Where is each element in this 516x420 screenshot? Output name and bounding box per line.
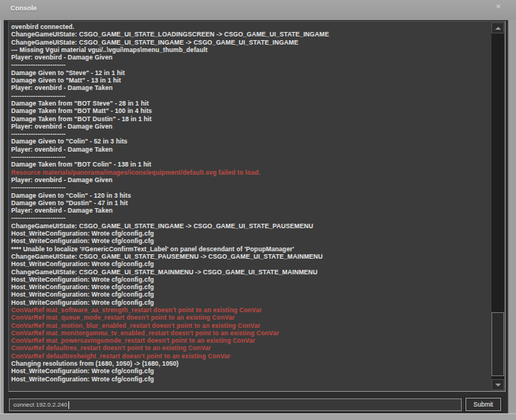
- console-line: Player: ovenbird - Damage Taken: [11, 207, 491, 214]
- console-line: Changing resolutions from (1680, 1050) -…: [11, 360, 491, 367]
- console-line: Host_WriteConfiguration: Wrote cfg/confi…: [11, 283, 491, 291]
- console-line: Damage Given to "Steve" - 12 in 1 hit: [11, 69, 491, 77]
- window-right-frame: [508, 20, 516, 413]
- submit-button[interactable]: Submit: [465, 398, 501, 411]
- console-line: -------------------------: [11, 61, 491, 68]
- console-line: ChangeGameUIState: CSGO_GAME_UI_STATE_LO…: [11, 30, 491, 38]
- console-line: ConVarRef mat_powersavingsmode_restart d…: [11, 337, 491, 344]
- console-line: Host_WriteConfiguration: Wrote cfg/confi…: [11, 375, 491, 383]
- console-line: -------------------------: [11, 92, 491, 100]
- console-line: -------------------------: [11, 184, 491, 191]
- console-line: **** Unable to localize '#GenericConfirm…: [11, 245, 491, 253]
- console-line: ChangeGameUIState: CSGO_GAME_UI_STATE_IN…: [11, 39, 491, 46]
- console-line: Host_WriteConfiguration: Wrote cfg/confi…: [11, 276, 491, 283]
- console-line: ConVarRef mat_monitorgamma_tv_enabled_re…: [11, 329, 491, 337]
- text-caret: [68, 401, 69, 409]
- console-output-panel[interactable]: ovenbird connected.ChangeGameUIState: CS…: [8, 21, 506, 392]
- console-line: Damage Given to "Dustin" - 47 in 1 hit: [11, 199, 491, 207]
- console-line: Resource materials/panorama/images/icons…: [11, 169, 491, 176]
- console-line: Damage Given to "Colin" - 52 in 3 hits: [11, 138, 491, 145]
- console-line: Host_WriteConfiguration: Wrote cfg/confi…: [11, 367, 491, 375]
- console-line: Damage Taken from "BOT Colin" - 138 in 1…: [11, 161, 491, 168]
- window-title: Console: [10, 4, 37, 12]
- console-line: Player: ovenbird - Damage Given: [11, 123, 491, 130]
- console-line: Host_WriteConfiguration: Wrote cfg/confi…: [11, 230, 491, 237]
- console-line: ovenbird connected.: [11, 23, 491, 30]
- console-line: Host_WriteConfiguration: Wrote cfg/confi…: [11, 237, 491, 245]
- console-line: ConVarRef mat_motion_blur_enabled_restar…: [11, 322, 491, 329]
- console-line: Player: ovenbird - Damage Taken: [11, 146, 491, 153]
- console-output: ovenbird connected.ChangeGameUIState: CS…: [9, 22, 491, 391]
- command-input-value: connect 192.0.2.240: [13, 401, 68, 408]
- console-line: ConVarRef mat_queue_mode_restart doesn't…: [11, 314, 491, 321]
- console-line: Host_WriteConfiguration: Wrote cfg/confi…: [11, 291, 491, 298]
- console-window: Console ✕ ovenbird connected.ChangeGameU…: [0, 0, 516, 420]
- console-line: Damage Taken from "BOT Matt" - 100 in 4 …: [11, 107, 491, 114]
- scroll-up-button[interactable]: [491, 22, 504, 33]
- titlebar[interactable]: Console ✕: [0, 0, 516, 20]
- console-line: ConVarRef defaultres_restart doesn't poi…: [11, 344, 491, 352]
- console-line: ChangeGameUIState: CSGO_GAME_UI_STATE_PA…: [11, 253, 491, 260]
- close-icon[interactable]: ✕: [495, 3, 501, 10]
- scrollbar[interactable]: [491, 22, 504, 390]
- console-line: -------------------------: [11, 214, 491, 222]
- scroll-up-icon: [495, 27, 501, 30]
- scroll-down-button[interactable]: [491, 379, 504, 390]
- command-input[interactable]: connect 192.0.2.240: [9, 398, 462, 411]
- console-line: Damage Taken from "BOT Steve" - 28 in 1 …: [11, 100, 491, 107]
- console-line: ConVarRef defaultresheight_restart doesn…: [11, 352, 491, 360]
- scroll-down-icon: [495, 384, 501, 387]
- console-line: ConVarRef mat_software_aa_strength_resta…: [11, 306, 491, 314]
- console-line: Player: ovenbird - Damage Taken: [11, 84, 491, 91]
- scrollbar-thumb[interactable]: [491, 312, 504, 376]
- console-line: ChangeGameUIState: CSGO_GAME_UI_STATE_MA…: [11, 268, 491, 276]
- console-line: -------------------------: [11, 130, 491, 138]
- console-line: --- Missing Vgui material vgui/..\vgui\m…: [11, 46, 491, 54]
- console-line: Player: ovenbird - Damage Given: [11, 176, 491, 184]
- console-line: Player: ovenbird - Damage Given: [11, 54, 491, 61]
- console-line: Host_WriteConfiguration: Wrote cfg/confi…: [11, 260, 491, 268]
- console-line: Damage Taken from "BOT Dustin" - 18 in 1…: [11, 115, 491, 123]
- console-line: Host_WriteConfiguration: Wrote cfg/confi…: [11, 299, 491, 306]
- console-line: Damage Given to "Matt" - 13 in 1 hit: [11, 77, 491, 84]
- console-line: -------------------------: [11, 153, 491, 161]
- console-line: ChangeGameUIState: CSGO_GAME_UI_STATE_IN…: [11, 222, 491, 230]
- window-bottom-frame: [0, 413, 516, 420]
- console-line: Damage Given to "Colin" - 120 in 3 hits: [11, 192, 491, 199]
